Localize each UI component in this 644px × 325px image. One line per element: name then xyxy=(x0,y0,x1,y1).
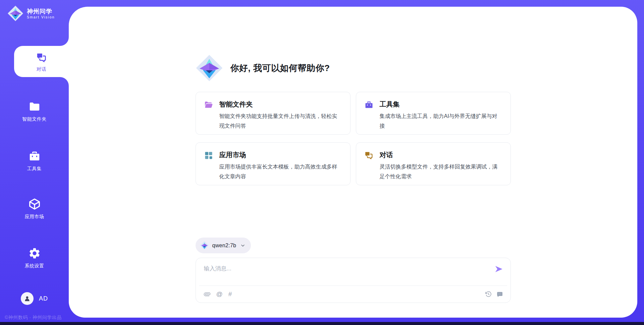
tiles-grid-icon xyxy=(204,151,213,160)
card-app-market[interactable]: 应用市场 应用市场提供丰富长文本模板，助力高效生成多样化文章内容 xyxy=(196,142,351,185)
content-column: 你好, 我可以如何帮助你? 智能文件夹 智能文件夹功能支持批量文件上传与清洗，轻… xyxy=(196,7,511,303)
toolbox-icon xyxy=(28,149,41,163)
card-body: 智能文件夹 智能文件夹功能支持批量文件上传与清洗，轻松实现文件问答 xyxy=(219,100,341,134)
attachment-icon[interactable] xyxy=(204,291,211,298)
card-description: 应用市场提供丰富长文本模板，助力高效生成多样化文章内容 xyxy=(219,162,341,181)
toolbox-icon xyxy=(364,100,374,110)
open-folder-icon xyxy=(204,100,213,110)
send-icon[interactable] xyxy=(494,265,503,273)
mention-icon[interactable]: @ xyxy=(216,291,223,298)
card-title: 应用市场 xyxy=(219,150,341,159)
card-description: 集成市场上主流工具，助力AI与外界无缝扩展与对接 xyxy=(380,111,502,131)
folder-icon xyxy=(28,100,41,113)
brand-diamond-logo-icon xyxy=(7,5,23,21)
card-body: 应用市场 应用市场提供丰富长文本模板，助力高效生成多样化文章内容 xyxy=(219,150,341,185)
sidebar-item-chat[interactable]: 对话 xyxy=(14,46,69,77)
card-description: 灵活切换多模型文件，支持多样回复效果调试，满足个性化需求 xyxy=(380,162,502,181)
cube-icon xyxy=(28,197,41,211)
card-toolset[interactable]: 工具集 集成市场上主流工具，助力AI与外界无缝扩展与对接 xyxy=(356,92,511,135)
card-title: 工具集 xyxy=(380,100,502,109)
card-title: 对话 xyxy=(380,150,502,159)
card-description: 智能文件夹功能支持批量文件上传与清洗，轻松实现文件问答 xyxy=(219,111,341,131)
user-name: AD xyxy=(39,295,48,302)
sidebar-item-toolset[interactable]: 工具集 xyxy=(0,143,69,176)
model-diamond-logo-icon xyxy=(200,241,209,250)
card-body: 工具集 集成市场上主流工具，助力AI与外界无缝扩展与对接 xyxy=(380,100,502,134)
card-title: 智能文件夹 xyxy=(219,100,341,109)
message-input[interactable] xyxy=(204,263,494,272)
composer-tools-left: @ # xyxy=(204,291,232,298)
avatar xyxy=(21,292,34,305)
model-selector[interactable]: qwen2:7b xyxy=(196,238,251,253)
chevron-down-icon xyxy=(240,243,246,248)
sidebar-item-label: 应用市场 xyxy=(25,214,44,220)
app-brand: 神州问学 Smart Vision xyxy=(7,5,55,21)
card-chat[interactable]: 对话 灵活切换多模型文件，支持多样回复效果调试，满足个性化需求 xyxy=(356,142,511,185)
brand-text: 神州问学 Smart Vision xyxy=(27,8,55,19)
composer-tools-right xyxy=(485,291,503,298)
gear-icon xyxy=(28,247,41,260)
sidebar-item-app-market[interactable]: 应用市场 xyxy=(0,191,69,224)
conversation-icon[interactable] xyxy=(496,291,503,298)
sidebar-item-label: 智能文件夹 xyxy=(22,116,47,122)
feature-cards: 智能文件夹 智能文件夹功能支持批量文件上传与清洗，轻松实现文件问答 工具集 集成… xyxy=(196,92,511,185)
model-name: qwen2:7b xyxy=(212,243,236,249)
chat-bubbles-icon xyxy=(364,151,374,160)
avatar-person-icon xyxy=(23,295,31,302)
card-body: 对话 灵活切换多模型文件，支持多样回复效果调试，满足个性化需求 xyxy=(380,150,502,185)
sidebar-item-smart-folder[interactable]: 智能文件夹 xyxy=(0,93,69,127)
composer-toolbar: @ # xyxy=(196,286,511,303)
card-smart-folder[interactable]: 智能文件夹 智能文件夹功能支持批量文件上传与清洗，轻松实现文件问答 xyxy=(196,92,351,135)
message-composer: @ # xyxy=(196,258,511,303)
app-title: 神州问学 xyxy=(27,8,55,15)
bottom-edge xyxy=(0,322,644,325)
main-panel: 你好, 我可以如何帮助你? 智能文件夹 智能文件夹功能支持批量文件上传与清洗，轻… xyxy=(69,7,637,318)
sidebar-item-label: 系统设置 xyxy=(25,263,44,269)
greeting-row: 你好, 我可以如何帮助你? xyxy=(196,54,511,82)
chat-bubbles-icon xyxy=(35,51,48,64)
hash-icon[interactable]: # xyxy=(228,291,232,298)
user-profile[interactable]: AD xyxy=(0,292,69,305)
greeting-diamond-logo-icon xyxy=(196,54,223,82)
sidebar: 神州问学 Smart Vision 对话 智能文件夹 工具集 xyxy=(0,0,69,325)
app-subtitle: Smart Vision xyxy=(27,15,55,19)
sidebar-item-label: 工具集 xyxy=(27,166,42,172)
footer-credit: ©神州数码 · 神州问学出品 xyxy=(5,315,62,321)
sidebar-item-settings[interactable]: 系统设置 xyxy=(0,240,69,273)
greeting-text: 你好, 我可以如何帮助你? xyxy=(230,62,330,74)
history-icon[interactable] xyxy=(485,291,492,298)
sidebar-item-label: 对话 xyxy=(37,66,46,72)
composer-input-row xyxy=(196,258,511,285)
